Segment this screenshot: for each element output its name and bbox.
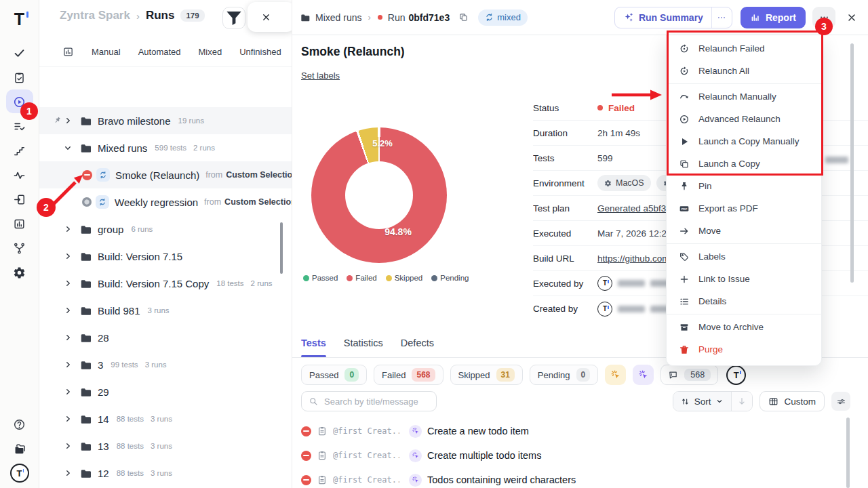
menu-item-launch-a-copy[interactable]: Launch a Copy (667, 152, 821, 175)
legend-item-failed[interactable]: Failed (347, 274, 376, 282)
menu-item-relaunch-manually[interactable]: Relaunch Manually (667, 85, 821, 108)
sidebar-item-steps[interactable] (0, 138, 39, 163)
menu-item-purge[interactable]: Purge (667, 338, 821, 361)
breadcrumb-section[interactable]: Runs (146, 9, 175, 22)
filter-chip-passed[interactable]: Passed0 (301, 365, 367, 385)
automated-runner-filter-button[interactable] (633, 365, 654, 385)
tree-row-group[interactable]: group6 runs (39, 216, 292, 243)
tab-manual[interactable]: Manual (92, 47, 121, 57)
sidebar-item-import[interactable] (0, 187, 39, 211)
tree-row-bravo-milestone[interactable]: Bravo milestone19 runs (39, 107, 292, 134)
comments-button[interactable]: 568 (660, 365, 718, 385)
chevron-right-icon[interactable] (64, 361, 72, 369)
tree-row-mixed-runs[interactable]: Mixed runs599 tests2 runs (39, 134, 292, 161)
chevron-down-icon[interactable] (64, 144, 72, 152)
header-folder-name[interactable]: Mixed runs (315, 12, 361, 23)
legend-item-passed[interactable]: Passed (303, 274, 338, 282)
copy-icon[interactable] (458, 12, 469, 22)
breadcrumb-project[interactable]: Zyntra Spark (60, 9, 130, 22)
chevron-right-icon[interactable] (64, 117, 72, 125)
menu-item-link-to-issue[interactable]: Link to Issue (667, 268, 821, 290)
sidebar-item-profile[interactable]: T (0, 461, 39, 485)
sidebar-item-pulse[interactable] (0, 163, 39, 187)
search-input[interactable] (323, 396, 429, 407)
sidebar-item-gear[interactable] (0, 260, 39, 285)
sidebar-item-projects[interactable] (0, 436, 39, 461)
sidebar-item-play-circle[interactable] (0, 89, 39, 114)
menu-item-launch-a-copy-manually[interactable]: Launch a Copy Manually (667, 130, 821, 152)
detail-scrollbar[interactable] (850, 43, 854, 283)
tree-row-13[interactable]: 1388 tests3 runs (39, 432, 292, 460)
menu-item-pin[interactable]: Pin (667, 175, 821, 197)
tree-row-3[interactable]: 399 tests3 runs (39, 351, 292, 378)
menu-item-export-as-pdf[interactable]: PDFExport as PDF (667, 197, 821, 220)
tree-row-14[interactable]: 1488 tests3 runs (39, 405, 292, 432)
close-icon[interactable] (261, 12, 271, 22)
test-row-create-multiple-todo-items[interactable]: @first Creat...Create multiple todo item… (301, 443, 845, 468)
chevron-right-icon[interactable] (64, 333, 72, 342)
sort-button[interactable]: Sort (673, 392, 732, 411)
tree-row-12[interactable]: 1288 tests3 runs (39, 460, 292, 487)
chevron-right-icon[interactable] (64, 225, 72, 233)
run-summary-button[interactable]: Run Summary (615, 7, 711, 28)
tab-statistics[interactable]: Statistics (344, 332, 383, 357)
tab-automated[interactable]: Automated (138, 47, 181, 57)
tree-row-weekly-regression[interactable]: Weekly regressionfromCustom Selection (39, 188, 292, 216)
tree-row-28[interactable]: 28 (39, 324, 292, 351)
sidebar-item-branch[interactable] (0, 236, 39, 260)
close-panel-icon[interactable] (846, 12, 857, 23)
assignee-avatar[interactable]: T (726, 365, 746, 385)
menu-item-label: Launch a Copy Manually (698, 136, 800, 146)
sidebar-item-help[interactable] (0, 412, 39, 436)
tree-row-smoke-relaunch[interactable]: Smoke (Relaunch)fromCustom Selection (39, 161, 292, 188)
tab-tests[interactable]: Tests (301, 332, 326, 357)
brand-logo[interactable]: T (14, 0, 24, 38)
sidebar-item-list-check[interactable] (0, 114, 39, 138)
sidebar-item-clipboard-check[interactable] (0, 65, 39, 89)
chevron-right-icon[interactable] (64, 252, 72, 260)
run-summary-more-button[interactable] (711, 7, 732, 28)
tree-row-29[interactable]: 29 (39, 378, 292, 405)
menu-item-relaunch-failed[interactable]: Relaunch Failed (667, 37, 821, 60)
tree-row-build-version-7-15[interactable]: Build: Version 7.15 (39, 243, 292, 270)
run-type-badge[interactable]: mixed (478, 9, 528, 26)
sidebar-item-check[interactable] (0, 41, 39, 65)
tests-scrollbar[interactable] (846, 418, 850, 488)
menu-item-details[interactable]: Details (667, 290, 821, 312)
report-button[interactable]: Report (741, 7, 806, 28)
sidebar-item-bar-frame[interactable] (0, 211, 39, 236)
chevron-right-icon[interactable] (64, 469, 72, 477)
legend-item-pending[interactable]: Pending (431, 274, 469, 282)
view-settings-button[interactable] (831, 392, 850, 411)
chevron-right-icon[interactable] (64, 442, 72, 450)
filter-icon[interactable] (222, 7, 245, 29)
menu-item-move[interactable]: Move (667, 220, 821, 242)
legend-item-skipped[interactable]: Skipped (386, 274, 423, 282)
menu-item-move-to-archive[interactable]: Move to Archive (667, 316, 821, 338)
tab-mixed[interactable]: Mixed (199, 47, 222, 57)
menu-item-advanced-relaunch[interactable]: Advanced Relaunch (667, 108, 821, 130)
chevron-right-icon[interactable] (64, 415, 72, 423)
tree-scrollbar[interactable] (280, 222, 283, 274)
filter-chip-pending[interactable]: Pending0 (530, 365, 598, 385)
test-row-create-a-new-todo-item[interactable]: @first Creat...Create a new todo item (301, 419, 845, 443)
chevron-right-icon[interactable] (64, 388, 72, 396)
tab-defects[interactable]: Defects (401, 332, 434, 357)
chevron-right-icon[interactable] (64, 279, 72, 287)
tab-unfinished[interactable]: Unfinished (239, 47, 281, 57)
chevron-right-icon[interactable] (64, 306, 72, 314)
menu-item-labels[interactable]: Labels (667, 245, 821, 268)
run-more-actions-button[interactable] (812, 7, 835, 28)
filter-chip-skipped[interactable]: Skipped31 (450, 365, 523, 385)
environment-chip-macos[interactable]: MacOS (597, 175, 651, 191)
sort-direction-button[interactable] (732, 392, 752, 411)
set-labels-link[interactable]: Set labels (301, 70, 340, 81)
run-report-icon[interactable] (62, 46, 74, 58)
test-row-todos-containing-weird-characters[interactable]: @first Creat...Todos containing weird ch… (301, 468, 845, 488)
tree-row-build-981[interactable]: Build 9813 runs (39, 297, 292, 324)
filter-chip-failed[interactable]: Failed568 (374, 365, 443, 385)
tree-row-build-version-7-15-copy[interactable]: Build: Version 7.15 Copy18 tests2 runs (39, 270, 292, 297)
custom-columns-button[interactable]: Custom (760, 391, 825, 411)
manual-runner-filter-button[interactable] (605, 365, 626, 385)
menu-item-relaunch-all[interactable]: Relaunch All (667, 60, 821, 82)
